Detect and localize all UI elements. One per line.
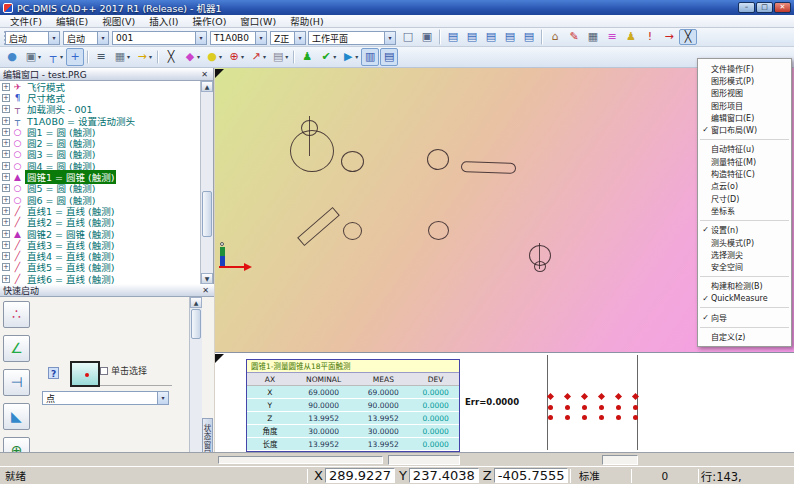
- datum-plane-icon[interactable]: ◣: [3, 403, 30, 430]
- expand-icon[interactable]: +: [2, 275, 10, 283]
- expand-icon[interactable]: +: [2, 218, 10, 226]
- close-button[interactable]: ✕: [774, 2, 791, 13]
- expand-icon[interactable]: +: [2, 207, 10, 215]
- warning-icon[interactable]: !: [641, 29, 659, 45]
- report-template-icon[interactable]: ▦: [584, 29, 602, 45]
- scrollbar-track[interactable]: [218, 456, 383, 464]
- caliper-icon[interactable]: ⊣: [3, 369, 30, 396]
- help-icon[interactable]: ?: [48, 367, 59, 379]
- context-menu-item[interactable]: 尺寸(D): [698, 192, 791, 204]
- close-icon[interactable]: ✕: [199, 69, 210, 80]
- context-menu-item[interactable]: 图形项目: [698, 99, 791, 111]
- toolbar-icon[interactable]: [439, 29, 441, 45]
- chevron-down-icon[interactable]: ▾: [97, 32, 108, 44]
- probe-mode-combo[interactable]: 启动▾: [63, 31, 109, 45]
- cad-circle4[interactable]: [428, 221, 449, 240]
- cad-cone1-base[interactable]: [290, 130, 334, 172]
- cad-slot-rotated[interactable]: [297, 207, 340, 246]
- context-menu-item[interactable]: [700, 220, 789, 221]
- title-bar[interactable]: PC-DMIS CAD++ 2017 R1 (Release) - 机器1 – …: [0, 0, 794, 15]
- cascade-windows-icon[interactable]: □: [399, 29, 417, 45]
- menu-item[interactable]: 窗口(W): [234, 14, 282, 28]
- dropdown-caret[interactable]: ▾: [127, 49, 130, 65]
- expand-icon[interactable]: +: [2, 196, 10, 204]
- quick-start-header[interactable]: 快速启动 ✕: [0, 284, 214, 297]
- expand-icon[interactable]: +: [2, 252, 10, 260]
- context-menu-item[interactable]: [700, 276, 789, 277]
- probe-sphere-icon[interactable]: ●: [3, 48, 21, 66]
- menu-item[interactable]: 编辑(E): [50, 14, 94, 28]
- context-menu-item[interactable]: 构建和检测(B): [698, 280, 791, 292]
- customize-tools-icon[interactable]: ╳: [679, 29, 697, 45]
- checkbox-box[interactable]: [100, 367, 108, 375]
- context-menu-item[interactable]: [700, 139, 789, 140]
- dropdown-caret[interactable]: ▾: [263, 49, 266, 65]
- context-menu-item[interactable]: 安全空间: [698, 260, 791, 272]
- dropdown-caret[interactable]: ▾: [149, 49, 152, 65]
- measure-points-icon[interactable]: ∴: [3, 301, 30, 328]
- context-menu-item[interactable]: 构造特征(C): [698, 167, 791, 179]
- motion-mode-combo[interactable]: 启动▾: [5, 31, 60, 45]
- tree-scrollbar[interactable]: ▲ ▼: [200, 81, 213, 284]
- cad-slot-horizontal[interactable]: [461, 161, 516, 174]
- report-bars-icon[interactable]: ≡: [603, 29, 621, 45]
- expand-icon[interactable]: +: [2, 150, 10, 158]
- view-combo[interactable]: Z正▾: [270, 31, 306, 45]
- toolbar-icon[interactable]: [541, 29, 543, 45]
- expand-icon[interactable]: +: [2, 128, 10, 136]
- chevron-down-icon[interactable]: ▾: [195, 32, 206, 44]
- alignment-icon[interactable]: ∠: [3, 335, 30, 362]
- context-menu-item[interactable]: 点云(o): [698, 180, 791, 192]
- context-menu-item[interactable]: 文件操作(F): [698, 62, 791, 74]
- context-menu-item[interactable]: ✓ 向导: [698, 311, 791, 323]
- target-icon[interactable]: ⊕ ▾: [225, 48, 246, 66]
- expand-icon[interactable]: +: [2, 230, 10, 238]
- edit-window-icon[interactable]: ≡: [92, 48, 110, 66]
- hammer-tools-icon[interactable]: ╳: [162, 48, 180, 66]
- feature-preview-image[interactable]: [70, 361, 100, 387]
- tree-item[interactable]: + ╱ 直线6 = 直线 (触测): [0, 273, 201, 284]
- report-window-4-icon[interactable]: ▤: [520, 29, 538, 45]
- edit-window-header[interactable]: 编辑窗口 - test.PRG ✕: [0, 68, 213, 81]
- expand-icon[interactable]: +: [2, 94, 10, 102]
- menu-item[interactable]: 文件(F): [4, 14, 48, 28]
- context-menu-item[interactable]: 选择测尖: [698, 248, 791, 260]
- minimize-button[interactable]: –: [738, 2, 755, 13]
- probe-icon[interactable]: ┬ ▾: [44, 48, 65, 66]
- expand-icon[interactable]: +: [2, 139, 10, 147]
- expand-icon[interactable]: +: [2, 263, 10, 271]
- expand-icon[interactable]: +: [2, 162, 10, 170]
- toolbar-icon[interactable]: [87, 50, 89, 64]
- play-insert-icon[interactable]: ▶ ▾: [339, 48, 360, 66]
- copy-doc-icon[interactable]: ▤ ▾: [269, 48, 290, 66]
- probe-tip-combo[interactable]: T1A0B0▾: [210, 31, 267, 45]
- dropdown-caret[interactable]: ▾: [355, 49, 358, 65]
- dropdown-caret[interactable]: ▾: [60, 49, 63, 65]
- window-collapse-icon[interactable]: ▥: [361, 48, 379, 66]
- context-menu-item[interactable]: ✓ 设置(n): [698, 224, 791, 236]
- scroll-down-icon[interactable]: ▼: [201, 273, 213, 284]
- scroll-up-icon[interactable]: ▲: [201, 81, 213, 92]
- context-menu-item[interactable]: 编辑窗口(E): [698, 111, 791, 123]
- window-expand-icon[interactable]: ▤: [380, 48, 398, 66]
- context-menu-item[interactable]: [700, 307, 789, 308]
- maximize-button[interactable]: □: [756, 2, 773, 13]
- menu-item[interactable]: 操作(O): [186, 14, 232, 28]
- menu-item[interactable]: 帮助(H): [284, 14, 330, 28]
- context-menu-item[interactable]: [700, 327, 789, 328]
- dropdown-caret[interactable]: ▾: [219, 49, 222, 65]
- workplane-combo[interactable]: 工作平面▾: [308, 31, 396, 45]
- context-menu-item[interactable]: 测头模式(P): [698, 236, 791, 248]
- report-window-2-icon[interactable]: ▤: [482, 29, 500, 45]
- context-menu-item[interactable]: ✓ QuickMeasure: [698, 292, 791, 304]
- dropdown-caret[interactable]: ▾: [241, 49, 244, 65]
- program-mode-icon[interactable]: → ▾: [133, 48, 154, 66]
- probe-file-combo[interactable]: 001▾: [112, 31, 207, 45]
- expand-icon[interactable]: +: [2, 241, 10, 249]
- context-menu-item[interactable]: 测量特征(M): [698, 155, 791, 167]
- plane-feature-icon[interactable]: ◆ ▾: [181, 48, 202, 66]
- chevron-down-icon[interactable]: ▾: [384, 32, 395, 44]
- scroll-up-icon[interactable]: ▲: [190, 297, 202, 308]
- expand-icon[interactable]: +: [2, 117, 10, 125]
- chevron-down-icon[interactable]: ▾: [294, 32, 305, 44]
